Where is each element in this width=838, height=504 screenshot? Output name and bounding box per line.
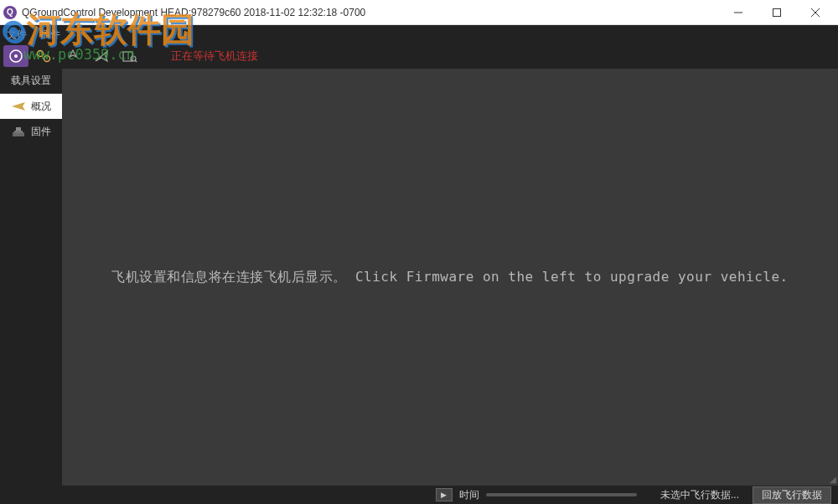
window-titlebar: Q QGroundControl Development HEAD:978279… <box>0 0 838 25</box>
toolbar: 正在等待飞机连接 <box>0 44 838 69</box>
window-title: QGroundControl Development HEAD:978279c6… <box>22 7 719 18</box>
waypoint-button[interactable] <box>60 45 85 67</box>
statusbar: ▶ 时间 未选中飞行数据... 回放飞行数据 <box>0 486 838 504</box>
svg-point-7 <box>44 56 50 62</box>
svg-rect-15 <box>14 131 23 133</box>
main-area: 载具设置 概况 固件 飞机设置和信息将在连接飞机后显示。 Click Firmw… <box>0 69 838 486</box>
svg-point-5 <box>14 54 18 58</box>
firmware-icon <box>11 124 26 139</box>
window-controls <box>719 0 835 25</box>
analyze-button[interactable] <box>117 45 142 67</box>
sidebar-header: 载具设置 <box>0 69 62 94</box>
close-button[interactable] <box>796 0 835 25</box>
connection-status: 正在等待飞机连接 <box>171 49 258 64</box>
settings-button[interactable] <box>32 45 57 67</box>
menu-file[interactable]: 文件 <box>7 28 27 42</box>
svg-line-12 <box>135 60 137 62</box>
svg-point-6 <box>38 51 44 57</box>
sidebar-item-summary[interactable]: 概况 <box>0 94 62 119</box>
menu-widgets[interactable]: 插件 <box>40 28 60 42</box>
time-slider[interactable] <box>486 493 637 496</box>
app-icon: Q <box>3 6 17 19</box>
menubar: 文件 插件 <box>0 25 838 44</box>
play-button[interactable]: ▶ <box>436 488 453 501</box>
flight-data-label: 未选中飞行数据... <box>660 488 739 502</box>
sidebar-item-label: 概况 <box>31 100 51 114</box>
time-label: 时间 <box>459 488 479 502</box>
main-message: 飞机设置和信息将在连接飞机后显示。 Click Firmware on the … <box>111 269 788 286</box>
maximize-button[interactable] <box>758 0 796 25</box>
svg-rect-1 <box>773 8 781 16</box>
app-logo-button[interactable] <box>3 45 28 67</box>
plane-icon <box>11 99 26 114</box>
replay-button[interactable]: 回放飞行数据 <box>753 486 831 504</box>
plan-button[interactable] <box>89 45 114 67</box>
sidebar-item-firmware[interactable]: 固件 <box>0 119 62 144</box>
sidebar: 载具设置 概况 固件 <box>0 69 62 486</box>
resize-grip-icon: ◢ <box>830 475 836 484</box>
content-area: 飞机设置和信息将在连接飞机后显示。 Click Firmware on the … <box>62 69 838 486</box>
minimize-button[interactable] <box>719 0 758 25</box>
sidebar-item-label: 固件 <box>31 125 51 139</box>
